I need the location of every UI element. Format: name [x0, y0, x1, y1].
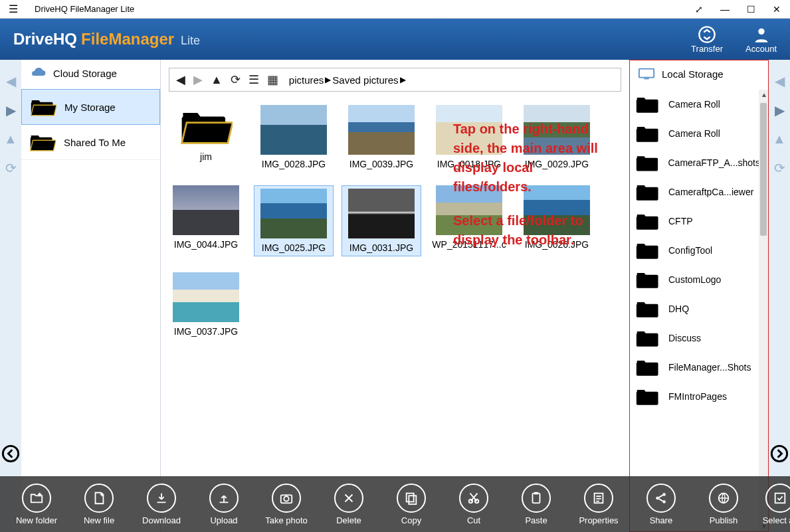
download-button[interactable]: Download	[130, 484, 193, 525]
local-folder-item[interactable]: Discuss	[630, 323, 765, 353]
file-name: IMG_0037.JPG	[174, 326, 239, 337]
tree-item-my-storage[interactable]: My Storage	[21, 89, 160, 125]
action-label: Download	[142, 515, 181, 525]
forward-icon[interactable]: ▶	[192, 72, 204, 87]
cut-button[interactable]: Cut	[443, 484, 505, 525]
file-item[interactable]: IMG_0044.JPG	[166, 185, 246, 256]
window-title: DriveHQ FileManager Lite	[35, 4, 134, 14]
nav-forward-icon-r[interactable]: ▶	[775, 102, 785, 118]
upload-button[interactable]: Upload	[193, 484, 255, 525]
local-folder-item[interactable]: CameraftpCa...iewer	[630, 177, 765, 207]
folder-item[interactable]: jim	[166, 105, 246, 169]
maximize-icon[interactable]: ☐	[743, 4, 759, 15]
nav-back-icon-r[interactable]: ◀	[775, 73, 785, 89]
menu-icon[interactable]: ☰	[5, 3, 21, 15]
tree-item-shared-to-me[interactable]: Shared To Me	[21, 125, 160, 160]
expand-icon[interactable]: ⤢	[691, 4, 707, 15]
account-icon	[752, 25, 771, 44]
local-folder-item[interactable]: CustomLogo	[630, 265, 765, 294]
collapse-left-icon[interactable]	[1, 444, 20, 466]
reload-icon[interactable]: ⟳	[229, 72, 242, 87]
svg-point-9	[284, 496, 288, 501]
action-label: New folder	[16, 515, 57, 525]
file-item[interactable]: IMG_0025.JPG	[254, 185, 334, 256]
refresh-icon[interactable]: ⟳	[5, 160, 17, 176]
local-folder-item[interactable]: DHQ	[630, 294, 765, 323]
delete-button[interactable]: Delete	[318, 484, 380, 525]
local-folder-name: Camera Roll	[668, 128, 720, 139]
file-item[interactable]: IMG_0039.JPG	[342, 105, 421, 169]
file-name: IMG_0031.JPG	[349, 242, 414, 253]
refresh-icon-r[interactable]: ⟳	[774, 160, 785, 176]
collapse-right-icon[interactable]	[770, 444, 789, 466]
local-folder-name: ConfigTool	[668, 245, 712, 256]
local-folder-item[interactable]: FMIntroPages	[630, 382, 765, 411]
local-folder-name: FileManager...Shots	[668, 362, 751, 373]
file-item[interactable]: IMG_0031.JPG	[342, 185, 421, 256]
scroll-up-icon[interactable]: ▲	[761, 91, 767, 98]
share-icon	[646, 484, 676, 513]
minimize-icon[interactable]: —	[716, 4, 734, 15]
select-all-icon	[765, 484, 790, 513]
transfer-button[interactable]: Transfer	[691, 25, 723, 54]
image-thumbnail	[260, 189, 327, 238]
download-icon	[147, 484, 176, 513]
svg-rect-14	[533, 493, 540, 503]
take-photo-button[interactable]: Take photo	[255, 484, 318, 525]
breadcrumb-segment[interactable]: Saved pictures	[332, 74, 398, 86]
nav-forward-icon[interactable]: ▶	[6, 102, 16, 118]
grid-view-icon[interactable]: ▦	[266, 72, 280, 87]
local-folder-item[interactable]: FileManager...Shots	[630, 353, 765, 382]
new-folder-button[interactable]: New folder	[5, 484, 68, 525]
folder-icon	[635, 240, 662, 261]
svg-rect-15	[534, 491, 538, 494]
up-icon[interactable]: ▲	[209, 73, 224, 87]
delete-icon	[334, 484, 363, 513]
scrollbar[interactable]: ▲ ▼	[759, 90, 768, 531]
cloud-storage-panel: Cloud Storage My StorageShared To Me	[21, 60, 161, 532]
local-folder-item[interactable]: ConfigTool	[630, 236, 765, 265]
local-folder-item[interactable]: CameraFTP_A...shots	[630, 148, 765, 177]
local-folder-item[interactable]: Camera Roll	[630, 119, 765, 148]
window-titlebar: ☰ DriveHQ FileManager Lite ⤢ — ☐ ✕	[0, 0, 790, 19]
share-button[interactable]: Share	[630, 484, 692, 525]
svg-rect-5	[639, 69, 654, 78]
brand-logo: DriveHQ FileManager Lite	[13, 30, 200, 48]
local-folder-item[interactable]: CFTP	[630, 207, 765, 236]
svg-rect-10	[407, 493, 414, 501]
brand-part1: DriveHQ	[13, 30, 77, 48]
folder-icon	[635, 211, 662, 232]
list-view-icon[interactable]: ☰	[247, 72, 260, 87]
back-icon[interactable]: ◀	[175, 72, 187, 87]
select-all-button[interactable]: Select all	[760, 484, 790, 525]
file-item[interactable]: IMG_0028.JPG	[254, 105, 334, 169]
copy-button[interactable]: Copy	[380, 484, 443, 525]
breadcrumb: pictures▶Saved pictures▶	[289, 74, 406, 86]
nav-up-icon-r[interactable]: ▲	[773, 132, 786, 147]
file-name: jim	[200, 151, 212, 162]
image-thumbnail	[173, 272, 239, 322]
local-folder-item[interactable]: Camera Roll	[630, 90, 765, 119]
publish-icon	[709, 484, 738, 513]
action-label: Share	[650, 515, 673, 525]
local-folder-name: Camera Roll	[668, 99, 720, 110]
file-item[interactable]: IMG_0037.JPG	[166, 272, 246, 337]
new-file-button[interactable]: New file	[68, 484, 130, 525]
publish-button[interactable]: Publish	[692, 484, 755, 525]
folder-icon	[635, 123, 662, 144]
action-label: Upload	[210, 515, 237, 525]
properties-button[interactable]: Properties	[567, 484, 630, 525]
scroll-thumb[interactable]	[760, 103, 767, 236]
close-icon[interactable]: ✕	[769, 4, 785, 15]
nav-back-icon[interactable]: ◀	[6, 73, 16, 89]
paste-button[interactable]: Paste	[505, 484, 567, 525]
account-button[interactable]: Account	[745, 25, 777, 54]
local-storage-header: Local Storage	[630, 60, 768, 90]
action-label: New file	[84, 515, 114, 525]
breadcrumb-segment[interactable]: pictures	[289, 74, 324, 86]
svg-rect-11	[409, 495, 416, 504]
image-thumbnail	[173, 185, 239, 235]
folder-icon	[635, 94, 662, 115]
nav-up-icon[interactable]: ▲	[4, 132, 17, 147]
cloud-storage-header: Cloud Storage	[21, 60, 160, 89]
